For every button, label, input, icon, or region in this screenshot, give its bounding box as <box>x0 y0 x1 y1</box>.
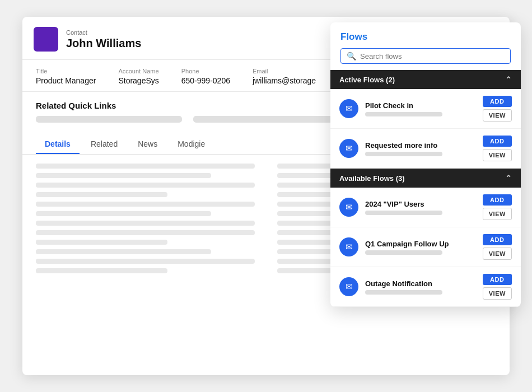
flow-name-requested: Requested more info <box>365 141 476 150</box>
search-box: 🔍 <box>340 48 511 64</box>
flow-actions-outage: ADD VIEW <box>483 274 512 300</box>
flow-icon-vip: ✉ <box>339 198 358 217</box>
flow-info-outage: Outage Notification <box>365 279 476 295</box>
flow-icon-outage: ✉ <box>339 277 358 296</box>
view-vip-button[interactable]: VIEW <box>483 208 512 220</box>
available-flows-label: Available Flows (3) <box>339 174 405 183</box>
active-flows-header: Active Flows (2) ⌃ <box>330 70 521 89</box>
view-requested-button[interactable]: VIEW <box>483 149 512 161</box>
view-pilot-button[interactable]: VIEW <box>483 109 512 122</box>
add-vip-button[interactable]: ADD <box>483 194 512 206</box>
contact-label: Contact <box>66 29 141 36</box>
flow-icon-pilot: ✉ <box>339 99 358 118</box>
account-value: StorageSys <box>118 76 158 85</box>
tab-details[interactable]: Details <box>36 135 80 154</box>
flow-actions-pilot: ADD VIEW <box>483 96 512 122</box>
flow-info-q1: Q1 Campaign Follow Up <box>365 240 476 255</box>
tab-related[interactable]: Related <box>82 135 127 154</box>
flow-actions-requested: ADD VIEW <box>483 136 512 161</box>
flow-sub-requested <box>365 152 442 156</box>
meta-phone: Phone 650-999-0206 <box>181 68 230 86</box>
title-value: Product Manager <box>36 76 96 85</box>
meta-account: Account Name StorageSys <box>118 68 158 86</box>
flows-panel: Flows 🔍 Active Flows (2) ⌃ ✉ Pilot Check… <box>330 22 521 307</box>
flow-info-pilot: Pilot Check in <box>365 101 476 116</box>
quick-link-bar-2 <box>193 116 339 123</box>
contact-name: John Williams <box>66 37 141 50</box>
flow-name-outage: Outage Notification <box>365 279 476 288</box>
search-input[interactable] <box>360 52 505 60</box>
phone-label: Phone <box>181 68 230 74</box>
flow-icon-q1: ✉ <box>339 237 358 256</box>
flow-info-requested: Requested more info <box>365 141 476 156</box>
add-outage-button[interactable]: ADD <box>483 274 512 285</box>
email-label: Email <box>253 68 316 74</box>
flow-item-q1: ✉ Q1 Campaign Follow Up ADD VIEW <box>330 227 521 267</box>
tab-news[interactable]: News <box>129 135 166 154</box>
add-pilot-button[interactable]: ADD <box>483 96 512 107</box>
flow-sub-vip <box>365 211 442 215</box>
flow-sub-pilot <box>365 112 442 116</box>
content-col-left <box>36 164 255 278</box>
add-q1-button[interactable]: ADD <box>483 234 512 245</box>
flow-item-vip: ✉ 2024 "VIP" Users ADD VIEW <box>330 188 521 227</box>
phone-value: 650-999-0206 <box>181 76 230 85</box>
search-icon: 🔍 <box>347 52 356 60</box>
flows-title: Flows <box>340 31 511 43</box>
flow-actions-q1: ADD VIEW <box>483 234 512 260</box>
avatar <box>34 27 58 52</box>
available-flows-header: Available Flows (3) ⌃ <box>330 169 521 188</box>
flow-sub-outage <box>365 290 442 295</box>
flow-item-pilot: ✉ Pilot Check in ADD VIEW <box>330 89 521 129</box>
main-card: Contact John Williams ADD TO FLOW CREATE… <box>22 17 510 375</box>
meta-title: Title Product Manager <box>36 68 96 86</box>
meta-email: Email jwilliams@storage <box>253 68 316 86</box>
view-outage-button[interactable]: VIEW <box>483 287 512 300</box>
flow-name-q1: Q1 Campaign Follow Up <box>365 240 476 248</box>
email-value: jwilliams@storage <box>253 76 316 85</box>
add-requested-button[interactable]: ADD <box>483 136 512 147</box>
flow-icon-requested: ✉ <box>339 139 358 158</box>
flow-info-vip: 2024 "VIP" Users <box>365 200 476 215</box>
contact-info: Contact John Williams <box>66 29 141 50</box>
quick-link-bar-1 <box>36 116 182 123</box>
flows-header: Flows 🔍 <box>330 22 521 70</box>
account-label: Account Name <box>118 68 158 74</box>
active-flows-chevron[interactable]: ⌃ <box>505 75 512 84</box>
tab-modigie[interactable]: Modigie <box>169 135 214 154</box>
flow-item-requested: ✉ Requested more info ADD VIEW <box>330 129 521 169</box>
flow-name-pilot: Pilot Check in <box>365 101 476 110</box>
flow-name-vip: 2024 "VIP" Users <box>365 200 476 208</box>
available-flows-chevron[interactable]: ⌃ <box>505 174 512 183</box>
view-q1-button[interactable]: VIEW <box>483 248 512 260</box>
flow-sub-q1 <box>365 250 442 255</box>
header-left: Contact John Williams <box>34 27 141 52</box>
active-flows-label: Active Flows (2) <box>339 76 395 84</box>
title-label: Title <box>36 68 96 74</box>
flow-actions-vip: ADD VIEW <box>483 194 512 220</box>
skeleton-group-1 <box>36 164 255 273</box>
flow-item-outage: ✉ Outage Notification ADD VIEW <box>330 267 521 307</box>
